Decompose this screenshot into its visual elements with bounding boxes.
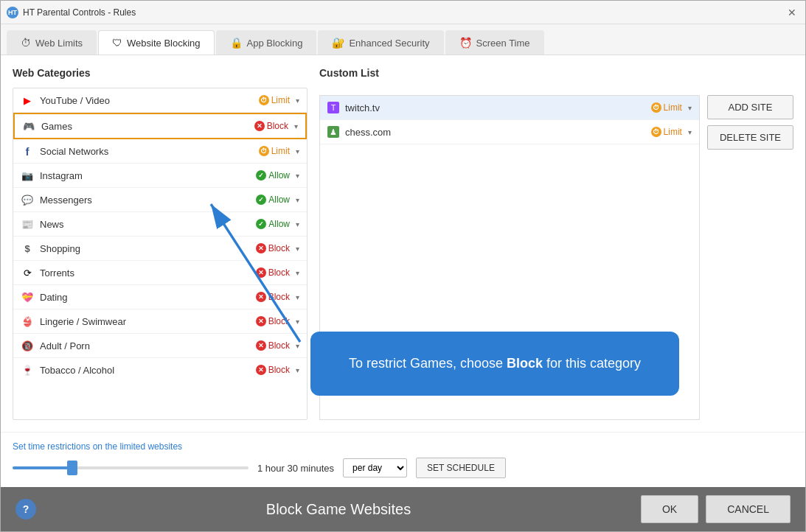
tab-website-blocking-label: Website Blocking <box>127 38 200 49</box>
messengers-status-text: Allow <box>268 195 290 205</box>
instagram-icon: 📷 <box>21 169 34 182</box>
slider-fill <box>13 466 72 469</box>
ok-button[interactable]: OK <box>641 495 698 523</box>
limited-websites-link[interactable]: limited websites <box>119 441 182 452</box>
social-dropdown[interactable]: ▾ <box>296 147 299 155</box>
category-social[interactable]: f Social Networks ⏱ Limit ▾ <box>13 139 307 164</box>
cancel-button[interactable]: CANCEL <box>706 495 791 523</box>
games-status-icon: ✕ <box>254 121 265 131</box>
category-games[interactable]: 🎮 Games ✕ Block ▾ <box>13 113 307 139</box>
time-slider[interactable] <box>13 461 249 475</box>
slider-track <box>13 466 249 469</box>
enhanced-security-icon: 🔐 <box>332 37 344 49</box>
social-icon: f <box>21 144 34 158</box>
instagram-status: ✓ Allow <box>256 170 290 181</box>
chess-status: ⏱ Limit <box>651 127 682 137</box>
shopping-dropdown[interactable]: ▾ <box>296 245 299 253</box>
news-dropdown[interactable]: ▾ <box>296 220 299 228</box>
youtube-status: ⏱ Limit <box>259 95 290 105</box>
tooltip-text-after: for this category <box>543 356 641 371</box>
category-messengers[interactable]: 💬 Messengers ✓ Allow ▾ <box>13 188 307 212</box>
tab-app-blocking[interactable]: 🔒 App Blocking <box>216 30 317 55</box>
adult-status-text: Block <box>268 340 290 351</box>
tab-website-blocking[interactable]: 🛡 Website Blocking <box>98 30 214 55</box>
torrents-status: ✕ Block <box>256 267 290 278</box>
twitch-name: twitch.tv <box>345 102 645 113</box>
social-status: ⏱ Limit <box>259 146 290 156</box>
category-youtube[interactable]: ▶ YouTube / Video ⏱ Limit ▾ <box>13 88 307 113</box>
dating-status: ✕ Block <box>256 292 290 302</box>
dating-icon: 💝 <box>21 290 34 304</box>
chess-dropdown[interactable]: ▾ <box>688 128 692 136</box>
custom-list-twitch[interactable]: T twitch.tv ⏱ Limit ▾ <box>320 96 699 120</box>
tab-screen-time[interactable]: ⏰ Screen Time <box>445 30 544 55</box>
app-icon: HT <box>7 7 18 18</box>
messengers-status: ✓ Allow <box>256 195 290 205</box>
messengers-dropdown[interactable]: ▾ <box>296 196 299 204</box>
help-button[interactable]: ? <box>15 499 36 519</box>
category-dating-name: Dating <box>40 292 250 303</box>
youtube-status-icon: ⏱ <box>259 95 269 105</box>
twitch-status-icon: ⏱ <box>651 102 661 113</box>
adult-dropdown[interactable]: ▾ <box>296 342 299 350</box>
lingerie-status-icon: ✕ <box>256 316 266 326</box>
category-dating[interactable]: 💝 Dating ✕ Block ▾ <box>13 285 307 309</box>
category-shopping-name: Shopping <box>40 243 250 254</box>
categories-title: Web Categories <box>13 67 308 79</box>
main-content: Web Categories ▶ YouTube / Video ⏱ Limit… <box>1 55 805 432</box>
tab-web-limits[interactable]: ⏱ Web Limits <box>7 30 97 55</box>
right-buttons: ADD SITE DELETE SITE <box>707 95 793 420</box>
time-controls: 1 hour 30 minutes per day per week SET S… <box>13 458 793 478</box>
tab-bar: ⏱ Web Limits 🛡 Website Blocking 🔒 App Bl… <box>1 24 805 55</box>
chess-status-text: Limit <box>664 127 682 137</box>
period-select[interactable]: per day per week <box>343 458 407 477</box>
instagram-status-text: Allow <box>268 170 290 181</box>
slider-thumb[interactable] <box>67 461 77 475</box>
tobacco-status: ✕ Block <box>256 365 290 375</box>
twitch-status-text: Limit <box>664 102 682 113</box>
category-tobacco[interactable]: 🍷 Tobacco / Alcohol ✕ Block ▾ <box>13 358 307 382</box>
footer-buttons: OK CANCEL <box>641 495 791 523</box>
torrents-icon: ⟳ <box>21 266 34 279</box>
categories-list: ▶ YouTube / Video ⏱ Limit ▾ 🎮 Games ✕ Bl… <box>13 88 308 420</box>
category-lingerie[interactable]: 👙 Lingerie / Swimwear ✕ Block ▾ <box>13 309 307 334</box>
custom-list-chess[interactable]: ♟ chess.com ⏱ Limit ▾ <box>320 120 699 144</box>
tobacco-dropdown[interactable]: ▾ <box>296 366 299 374</box>
tab-enhanced-security[interactable]: 🔐 Enhanced Security <box>318 30 443 55</box>
window-title: HT Parental Controls - Rules <box>23 7 136 18</box>
twitch-dropdown[interactable]: ▾ <box>688 104 692 112</box>
category-shopping[interactable]: $ Shopping ✕ Block ▾ <box>13 237 307 261</box>
tab-enhanced-security-label: Enhanced Security <box>349 38 429 49</box>
torrents-status-text: Block <box>268 267 290 278</box>
news-status-icon: ✓ <box>256 219 266 229</box>
left-panel: Web Categories ▶ YouTube / Video ⏱ Limit… <box>13 67 308 420</box>
dating-dropdown[interactable]: ▾ <box>296 293 299 301</box>
adult-status: ✕ Block <box>256 340 290 351</box>
torrents-dropdown[interactable]: ▾ <box>296 269 299 277</box>
youtube-dropdown[interactable]: ▾ <box>296 97 299 105</box>
games-icon: 🎮 <box>22 119 35 133</box>
close-button[interactable]: ✕ <box>785 5 799 20</box>
social-status-icon: ⏱ <box>259 146 269 156</box>
tobacco-icon: 🍷 <box>21 363 34 377</box>
shopping-status: ✕ Block <box>256 243 290 253</box>
category-news[interactable]: 📰 News ✓ Allow ▾ <box>13 212 307 237</box>
category-torrents[interactable]: ⟳ Torrents ✕ Block ▾ <box>13 261 307 285</box>
games-status: ✕ Block <box>254 121 288 131</box>
torrents-status-icon: ✕ <box>256 267 266 278</box>
shopping-status-icon: ✕ <box>256 243 266 253</box>
games-dropdown[interactable]: ▾ <box>294 122 298 130</box>
add-site-button[interactable]: ADD SITE <box>707 95 793 119</box>
lingerie-dropdown[interactable]: ▾ <box>296 318 299 326</box>
category-instagram[interactable]: 📷 Instagram ✓ Allow ▾ <box>13 164 307 188</box>
category-tobacco-name: Tobacco / Alcohol <box>40 365 250 376</box>
set-schedule-button[interactable]: SET SCHEDULE <box>416 458 506 478</box>
dating-status-icon: ✕ <box>256 292 266 302</box>
category-adult[interactable]: 🔞 Adult / Porn ✕ Block ▾ <box>13 334 307 358</box>
delete-site-button[interactable]: DELETE SITE <box>707 125 793 150</box>
instagram-dropdown[interactable]: ▾ <box>296 172 299 180</box>
time-value: 1 hour 30 minutes <box>257 463 334 474</box>
shopping-icon: $ <box>21 242 34 255</box>
custom-list-title: Custom List <box>319 67 793 79</box>
time-label-before: Set time restrictions on the <box>13 441 119 452</box>
